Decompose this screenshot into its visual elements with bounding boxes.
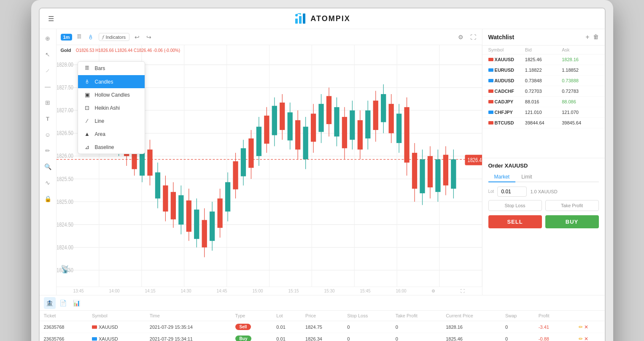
svg-rect-81 — [272, 106, 277, 135]
svg-rect-69 — [225, 182, 230, 212]
area-option[interactable]: ▲ Area — [78, 127, 145, 141]
chart-settings-icon[interactable]: ⚙ — [431, 289, 435, 293]
delete-icon[interactable]: ✕ — [584, 336, 588, 341]
candles-label: Candles — [95, 79, 113, 85]
line-option[interactable]: ⁄ Line — [78, 114, 145, 127]
lock-icon[interactable]: 🔒 — [43, 194, 53, 204]
horizontal-line-icon[interactable]: — — [43, 81, 53, 92]
bid-cadchf: 0.72703 — [525, 89, 562, 94]
pencil-icon[interactable]: ✏ — [43, 146, 53, 156]
svg-rect-121 — [427, 156, 432, 187]
app-name: ATOMPIX — [310, 14, 350, 23]
svg-rect-97 — [334, 107, 339, 137]
svg-text:1827.00: 1827.00 — [57, 107, 73, 114]
watchlist-add-icon[interactable]: + — [585, 33, 589, 41]
settings-icon[interactable]: ⚙ — [456, 33, 465, 41]
logo-area: ATOMPIX — [294, 12, 350, 25]
indicators-button[interactable]: 𝑓 Indicators — [99, 33, 129, 41]
bid-chfjpy: 121.010 — [525, 110, 562, 115]
wave-icon[interactable]: ∿ — [43, 178, 53, 188]
watchlist-row-btcusd[interactable]: BTCUSD 39844.64 39845.64 — [482, 118, 605, 128]
zoom-icon[interactable]: 🔍 — [43, 162, 53, 172]
th-swap: Swap — [501, 311, 534, 321]
hamburger-menu[interactable]: ☰ — [48, 15, 54, 23]
svg-rect-67 — [217, 198, 222, 228]
ask-cadchf: 0.72783 — [562, 89, 598, 94]
lot-input[interactable] — [497, 187, 527, 197]
chart-section: 1m 𝄜 🕯 𝑓 Indicators ↩ ↪ ⚙ ⛶ — [57, 29, 482, 295]
tab-report-icon[interactable]: 📊 — [71, 297, 83, 309]
symbol-chfjpy: CHFJPY — [488, 110, 525, 115]
cell-profit: -0.88 — [534, 333, 574, 341]
edit-icon[interactable]: ✏ — [579, 336, 583, 341]
candles-option[interactable]: 🕯 Candles — [78, 75, 145, 88]
bid-cadjpy: 88.016 — [525, 99, 562, 104]
delete-icon[interactable]: ✕ — [584, 324, 588, 330]
trend-line-icon[interactable]: ⟋ — [43, 65, 53, 76]
svg-rect-95 — [326, 96, 331, 124]
svg-rect-117 — [412, 153, 417, 189]
th-price: Price — [301, 311, 343, 321]
watchlist-delete-icon[interactable]: 🗑 — [593, 33, 599, 41]
candle-type-icon[interactable]: 🕯 — [86, 33, 95, 41]
baseline-option[interactable]: ⊿ Baseline — [78, 141, 145, 154]
bars-option[interactable]: 𝄜 Bars — [78, 62, 145, 75]
redo-icon[interactable]: ↪ — [145, 33, 153, 41]
chart-resize-icon[interactable]: ⛶ — [461, 289, 465, 293]
tab-trades-icon[interactable]: 🏦 — [44, 297, 56, 309]
hollow-candles-option[interactable]: ▣ Hollow Candles — [78, 88, 145, 101]
chart-type-dropdown: 𝄜 Bars 🕯 Candles ▣ Hollow Candles ⊡ — [78, 61, 145, 154]
heikin-ashi-option[interactable]: ⊡ Heikin Ashi — [78, 101, 145, 114]
tab-limit[interactable]: Limit — [515, 172, 538, 182]
svg-text:1827.50: 1827.50 — [57, 84, 73, 91]
take-profit-button[interactable]: Take Profit — [545, 200, 599, 211]
time-label-0: 13:45 — [73, 289, 84, 293]
time-label-5: 15:00 — [252, 289, 263, 293]
buy-button[interactable]: BUY — [545, 215, 599, 228]
edit-icon[interactable]: ✏ — [579, 324, 583, 330]
text-icon[interactable]: T — [43, 114, 53, 124]
cell-current-price: 1825.46 — [442, 333, 501, 341]
watchlist-row-cadjpy[interactable]: CADJPY 88.016 88.086 — [482, 97, 605, 107]
ask-xauusd: 1828.16 — [562, 57, 598, 62]
time-label-1: 14:00 — [109, 289, 119, 293]
ask-eurusd: 1.18852 — [562, 68, 598, 73]
tab-history-icon[interactable]: 📄 — [57, 297, 69, 309]
baseline-label: Baseline — [95, 144, 114, 150]
svg-text:1826.50: 1826.50 — [57, 130, 73, 136]
watchlist-row-xauusd[interactable]: XAUUSD 1825.46 1828.16 — [482, 54, 605, 65]
undo-icon[interactable]: ↩ — [133, 33, 141, 41]
svg-rect-83 — [280, 103, 285, 130]
fib-icon[interactable]: ⊞ — [43, 97, 53, 108]
smiley-icon[interactable]: ☺ — [43, 130, 53, 140]
flag-eurusd — [488, 68, 493, 72]
crosshair-icon[interactable]: ⊕ — [43, 33, 53, 43]
svg-rect-77 — [256, 127, 261, 156]
cell-swap: 0 — [501, 333, 534, 341]
table-header-row: Ticket Symbol Time Type Lot Price Stop L… — [40, 311, 605, 321]
svg-rect-105 — [365, 111, 370, 138]
bid-btcusd: 39844.64 — [525, 120, 562, 125]
watchlist-row-audusd[interactable]: AUDUSD 0.73848 0.73888 — [482, 76, 605, 86]
cursor-icon[interactable]: ↖ — [43, 49, 53, 60]
heikin-ashi-icon: ⊡ — [84, 105, 91, 111]
time-axis: 13:45 14:00 14:15 14:30 14:45 15:00 15:1… — [57, 287, 482, 295]
watchlist-row-eurusd[interactable]: EURUSD 1.18822 1.18852 — [482, 65, 605, 76]
time-label-4: 14:45 — [216, 289, 227, 293]
watchlist-row-cadchf[interactable]: CADCHF 0.72703 0.72783 — [482, 86, 605, 97]
bar-type-icon[interactable]: 𝄜 — [75, 32, 83, 41]
watchlist-row-chfjpy[interactable]: CHFJPY 121.010 121.070 — [482, 107, 605, 118]
expand-icon[interactable]: ⛶ — [469, 33, 478, 41]
svg-rect-113 — [396, 114, 401, 143]
cell-current-price: 1828.16 — [442, 321, 501, 333]
area-label: Area — [95, 131, 105, 137]
cell-stop-loss: 0 — [343, 333, 391, 341]
sell-button[interactable]: SELL — [488, 215, 542, 228]
stop-loss-button[interactable]: Stop Loss — [488, 200, 542, 211]
area-icon: ▲ — [84, 131, 91, 137]
satellite-icon[interactable]: 📡 — [61, 265, 70, 274]
timeframe-button[interactable]: 1m — [61, 34, 73, 41]
svg-rect-101 — [350, 111, 355, 140]
watchlist-actions: + 🗑 — [585, 33, 598, 41]
tab-market[interactable]: Market — [488, 172, 516, 182]
